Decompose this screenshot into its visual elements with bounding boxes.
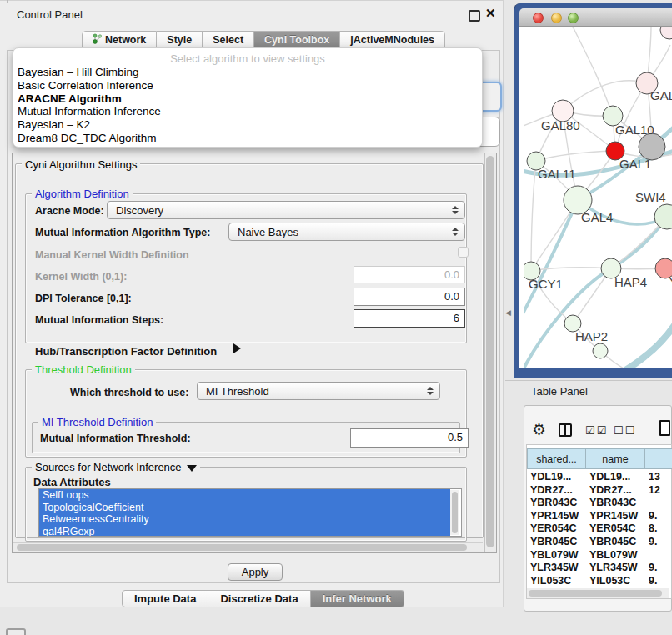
close-panel-icon[interactable]: ✕ — [485, 6, 496, 21]
tab-network[interactable]: Network — [82, 31, 157, 49]
attribute-item-betweennesscentrality[interactable]: BetweennessCentrality — [39, 513, 450, 526]
table-row[interactable]: YER054CYER054C8. — [527, 522, 672, 536]
dropdown-option-aracne-algorithm[interactable]: ARACNE Algorithm — [17, 92, 479, 106]
tab-cyni-toolbox[interactable]: Cyni Toolbox — [254, 31, 340, 49]
manual-kernel-width-checkbox[interactable] — [458, 247, 469, 258]
network-edge[interactable] — [531, 161, 536, 271]
table-row[interactable]: YBL079WYBL079W — [527, 549, 672, 562]
table-row[interactable]: YDR27...YDR27...12 — [527, 484, 672, 498]
document-icon[interactable] — [659, 420, 670, 436]
table-cell[interactable]: YBL079W — [586, 549, 645, 562]
tab-select[interactable]: Select — [203, 31, 254, 49]
dropdown-option-bayesian-hill-climbing[interactable]: Bayesian – Hill Climbing — [17, 66, 479, 79]
sources-group-title[interactable]: Sources for Network Inference — [32, 461, 200, 473]
columns-icon[interactable] — [559, 423, 572, 437]
bottom-corner-button[interactable] — [6, 628, 26, 635]
network-edge[interactable] — [623, 320, 672, 368]
table-row[interactable]: YPR145WYPR145W9. — [527, 510, 672, 523]
table-cell[interactable]: YBR043C — [586, 497, 645, 510]
table-cell[interactable]: 12 — [645, 484, 672, 498]
kernel-width-field[interactable]: 0.0 — [354, 266, 465, 283]
zoom-window-icon[interactable] — [568, 12, 579, 23]
table-cell[interactable]: YBR043C — [527, 497, 586, 510]
mi-algorithm-type-combo[interactable]: Naive Bayes — [228, 222, 465, 241]
close-window-icon[interactable] — [533, 12, 544, 23]
attribute-item-topologicalcoefficient[interactable]: TopologicalCoefficient — [39, 502, 450, 514]
select-all-checkboxes-icon[interactable]: ☑☑ — [585, 424, 608, 437]
table-row[interactable]: YLR345WYLR345W9. — [527, 562, 672, 575]
table-cell[interactable]: YLR345W — [586, 562, 645, 575]
table-row[interactable]: YBR045CYBR045C9. — [527, 536, 672, 549]
apply-button[interactable]: Apply — [228, 563, 283, 581]
table-column-header-shared[interactable]: shared... — [527, 448, 586, 469]
network-node-label: GAL11 — [538, 167, 576, 181]
dropdown-option-basic-correlation-inference[interactable]: Basic Correlation Inference — [17, 79, 479, 92]
attributes-list-scrollbar-thumb[interactable] — [452, 492, 458, 533]
network-node-unlabeled[interactable] — [660, 27, 672, 39]
gear-icon[interactable]: ⚙ — [532, 420, 546, 439]
attribute-item-selfloops[interactable]: SelfLoops — [39, 489, 450, 502]
float-panel-icon[interactable] — [469, 10, 480, 22]
mi-algorithm-type-label: Mutual Information Algorithm Type: — [35, 227, 210, 238]
table-cell[interactable] — [645, 549, 672, 562]
network-edge[interactable] — [536, 151, 615, 161]
table-cell[interactable]: YER054C — [586, 522, 645, 536]
tab-style[interactable]: Style — [157, 31, 203, 49]
table-cell[interactable]: YIL053C — [586, 575, 645, 588]
mi-steps-field[interactable]: 6 — [354, 309, 465, 328]
bottom-tab-discretize-data[interactable]: Discretize Data — [208, 590, 310, 608]
hub-definition-label[interactable]: Hub/Transcription Factor Definition — [35, 345, 217, 358]
table-row[interactable]: YDL19...YDL19...13 — [527, 471, 672, 484]
table-cell[interactable]: 9. — [645, 575, 672, 588]
expand-arrow-icon[interactable] — [233, 343, 241, 353]
table-column-header-name[interactable]: name — [586, 448, 645, 469]
table-cell[interactable]: YDR27... — [527, 484, 586, 498]
table-cell[interactable]: YBR045C — [586, 536, 645, 549]
dropdown-option-dream8-dc-tdc-algorithm[interactable]: Dream8 DC_TDC Algorithm — [17, 132, 479, 145]
table-cell[interactable]: YBL079W — [527, 549, 586, 562]
network-node-unlabeled[interactable] — [593, 343, 608, 358]
table-cell[interactable]: YBR045C — [527, 536, 586, 549]
table-horizontal-scrollbar-thumb[interactable] — [529, 590, 662, 597]
mi-threshold-field[interactable]: 0.5 — [350, 428, 469, 448]
table-cell[interactable]: YPR145W — [586, 510, 645, 523]
data-attributes-list[interactable]: SelfLoopsTopologicalCoefficientBetweenne… — [38, 488, 462, 537]
table-row[interactable]: YIL053CYIL053C9. — [527, 575, 672, 588]
table-cell[interactable]: YDL19... — [527, 471, 586, 484]
deselect-all-checkboxes-icon[interactable]: ☐☐ — [614, 424, 636, 437]
bottom-tab-impute-data[interactable]: Impute Data — [122, 590, 208, 608]
settings-horizontal-scrollbar-thumb[interactable] — [17, 544, 467, 551]
table-cell[interactable]: YPR145W — [527, 510, 586, 523]
network-edge[interactable] — [573, 27, 613, 116]
dropdown-option-bayesian-k2[interactable]: Bayesian – K2 — [17, 118, 479, 132]
table-cell[interactable]: 9. — [645, 510, 672, 523]
table-cell[interactable]: YDL19... — [586, 471, 645, 484]
minimize-window-icon[interactable] — [551, 12, 562, 23]
dpi-tolerance-field[interactable]: 0.0 — [354, 288, 465, 306]
table-row[interactable]: YBR043CYBR043C — [527, 497, 672, 510]
table-column-header-blank[interactable] — [645, 448, 672, 469]
table-cell[interactable]: YER054C — [527, 522, 586, 536]
tab-jactivemnodules[interactable]: jActiveMNodules — [340, 31, 445, 49]
panel-divider-grabber[interactable]: ◀ — [505, 308, 511, 317]
table-cell[interactable]: 9. — [645, 562, 672, 575]
network-graph[interactable]: GALGAL80GAL10GAL1GAL11GAL4SWI4GCY1HAP4YH… — [524, 27, 672, 368]
table-cell[interactable]: YIL053C — [527, 575, 586, 588]
table-cell[interactable]: 9. — [645, 536, 672, 549]
table-cell[interactable]: YDR27... — [586, 484, 645, 498]
table-cell[interactable]: YLR345W — [527, 562, 586, 575]
network-node-label: SWI4 — [635, 190, 666, 204]
aracne-mode-combo[interactable]: Discovery — [107, 201, 465, 219]
collapse-arrow-icon[interactable] — [187, 465, 197, 472]
attribute-item-gal4rgexp[interactable]: gal4RGexp — [39, 526, 450, 538]
network-canvas[interactable]: GALGAL80GAL10GAL1GAL11GAL4SWI4GCY1HAP4YH… — [519, 27, 672, 368]
dropdown-option-mutual-information-inference[interactable]: Mutual Information Inference — [17, 105, 479, 118]
network-node-swi4[interactable] — [654, 204, 672, 229]
bottom-tab-infer-network[interactable]: Infer Network — [311, 590, 404, 608]
settings-vertical-scrollbar-thumb[interactable] — [486, 156, 494, 548]
table-cell[interactable] — [645, 497, 672, 510]
table-cell[interactable]: 8. — [645, 522, 672, 536]
which-threshold-combo[interactable]: MI Threshold — [197, 382, 440, 400]
algorithm-dropdown-popup: Select algorithm to view settings Bayesi… — [13, 48, 483, 148]
table-cell[interactable]: 13 — [645, 471, 672, 484]
